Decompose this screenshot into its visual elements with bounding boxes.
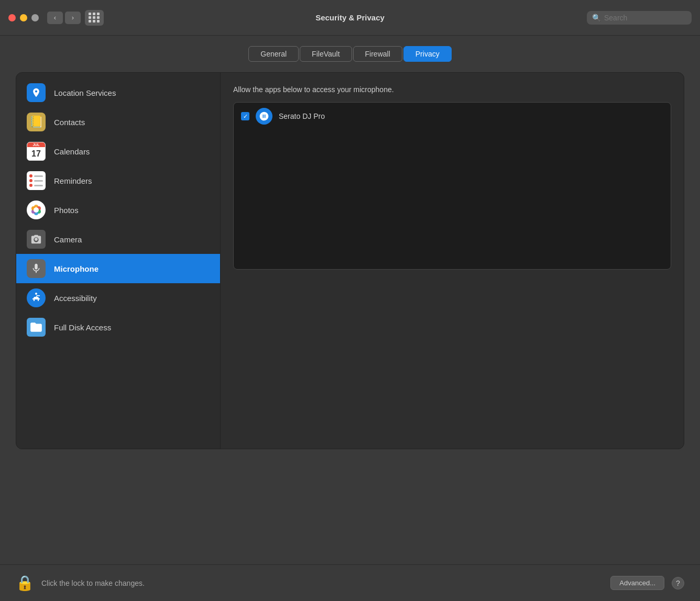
footer: 🔒 Click the lock to make changes. Advanc…: [0, 564, 700, 601]
grid-icon: [89, 13, 100, 23]
titlebar: ‹ › Security & Privacy 🔍: [0, 0, 700, 36]
sidebar-item-photos[interactable]: Photos: [16, 195, 220, 225]
panel-description: Allow the apps below to access your micr…: [233, 85, 671, 94]
sidebar-label-calendars: Calendars: [54, 147, 90, 156]
app-list: ✓ Serato DJ Pro: [233, 102, 671, 270]
forward-button[interactable]: ›: [65, 12, 81, 24]
content-panel: Location Services 📒 Contacts JUL 17 Cale…: [16, 72, 684, 449]
calendars-icon: JUL 17: [27, 142, 46, 161]
sidebar-label-camera: Camera: [54, 235, 82, 244]
nav-buttons: ‹ ›: [47, 12, 81, 24]
photos-icon: [27, 201, 46, 219]
tab-bar: General FileVault Firewall Privacy: [16, 46, 684, 62]
app-name-serato: Serato DJ Pro: [279, 112, 325, 120]
tab-general[interactable]: General: [248, 46, 299, 62]
list-item[interactable]: ✓ Serato DJ Pro: [234, 103, 671, 130]
contacts-icon: 📒: [27, 113, 46, 131]
cal-month: JUL: [27, 142, 45, 147]
maximize-button[interactable]: [31, 14, 39, 21]
advanced-button[interactable]: Advanced...: [610, 576, 664, 590]
sidebar-item-microphone[interactable]: Microphone: [16, 254, 220, 283]
sidebar-label-fulldisk: Full Disk Access: [54, 323, 111, 332]
sidebar-item-calendars[interactable]: JUL 17 Calendars: [16, 137, 220, 166]
accessibility-icon: [27, 288, 46, 307]
cal-day: 17: [27, 147, 45, 160]
right-panel: Allow the apps below to access your micr…: [221, 73, 684, 449]
sidebar-label-location: Location Services: [54, 88, 116, 97]
window-controls: [8, 14, 39, 21]
microphone-icon: [27, 259, 46, 278]
reminders-icon: [27, 171, 46, 190]
sidebar-label-contacts: Contacts: [54, 118, 85, 127]
svg-point-6: [34, 207, 39, 213]
app-checkbox-serato[interactable]: ✓: [241, 112, 249, 120]
search-icon: 🔍: [592, 14, 601, 22]
svg-point-7: [35, 293, 37, 295]
sidebar-label-reminders: Reminders: [54, 176, 92, 185]
location-icon: [27, 83, 46, 102]
tab-filevault[interactable]: FileVault: [300, 46, 352, 62]
lock-icon[interactable]: 🔒: [16, 574, 34, 592]
tab-privacy[interactable]: Privacy: [403, 46, 452, 62]
tab-firewall[interactable]: Firewall: [353, 46, 402, 62]
sidebar-item-accessibility[interactable]: Accessibility: [16, 283, 220, 313]
sidebar-item-location[interactable]: Location Services: [16, 78, 220, 107]
window-title: Security & Privacy: [315, 13, 385, 22]
sidebar-item-contacts[interactable]: 📒 Contacts: [16, 107, 220, 137]
sidebar-item-camera[interactable]: Camera: [16, 225, 220, 254]
help-button[interactable]: ?: [672, 577, 684, 589]
sidebar-label-microphone: Microphone: [54, 264, 99, 273]
sidebar-label-photos: Photos: [54, 206, 79, 215]
serato-icon: [256, 108, 272, 125]
sidebar-label-accessibility: Accessibility: [54, 294, 97, 303]
minimize-button[interactable]: [20, 14, 27, 21]
close-button[interactable]: [8, 14, 16, 21]
sidebar-item-fulldisk[interactable]: Full Disk Access: [16, 313, 220, 342]
search-input[interactable]: [604, 14, 686, 22]
fulldisk-icon: [27, 318, 46, 337]
back-button[interactable]: ‹: [47, 12, 63, 24]
sidebar-item-reminders[interactable]: Reminders: [16, 166, 220, 195]
camera-icon: [27, 230, 46, 249]
grid-button[interactable]: [85, 10, 104, 26]
checkmark-icon: ✓: [243, 113, 248, 120]
main-content: General FileVault Firewall Privacy Locat…: [0, 36, 700, 564]
sidebar: Location Services 📒 Contacts JUL 17 Cale…: [16, 73, 221, 449]
search-bar[interactable]: 🔍: [587, 11, 692, 25]
footer-lock-text: Click the lock to make changes.: [41, 579, 603, 587]
